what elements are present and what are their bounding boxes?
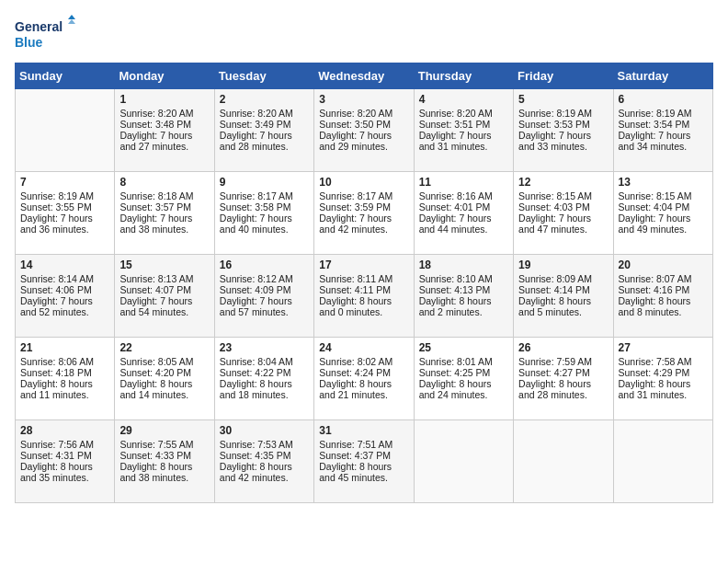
day-number: 11 [419,176,508,189]
daylight-text: Daylight: 7 hours and 54 minutes. [119,295,192,317]
day-number: 14 [20,259,109,271]
calendar-week-3: 14Sunrise: 8:14 AMSunset: 4:06 PMDayligh… [16,255,713,338]
day-number: 19 [518,259,608,271]
sunrise-text: Sunrise: 8:15 AM [518,190,592,201]
sunrise-text: Sunrise: 8:11 AM [319,273,392,284]
day-number: 30 [220,424,309,437]
day-number: 15 [119,259,209,271]
sunset-text: Sunset: 3:49 PM [220,119,291,130]
sunrise-text: Sunrise: 8:10 AM [419,273,493,284]
daylight-text: Daylight: 7 hours and 40 minutes. [220,213,292,235]
sunset-text: Sunset: 4:22 PM [220,367,291,378]
day-number: 2 [220,93,309,106]
sunset-text: Sunset: 4:16 PM [619,284,690,295]
sunrise-text: Sunrise: 8:20 AM [419,108,493,119]
sunset-text: Sunset: 4:11 PM [319,284,391,295]
sunrise-text: Sunrise: 8:04 AM [220,356,293,367]
daylight-text: Daylight: 8 hours and 8 minutes. [619,295,691,317]
sunrise-text: Sunrise: 8:05 AM [119,356,193,367]
daylight-text: Daylight: 7 hours and 49 minutes. [619,213,691,235]
calendar-cell: 30Sunrise: 7:53 AMSunset: 4:35 PMDayligh… [214,420,313,503]
calendar-cell: 2Sunrise: 8:20 AMSunset: 3:49 PMDaylight… [214,89,313,172]
sunset-text: Sunset: 3:53 PM [518,119,590,130]
daylight-text: Daylight: 7 hours and 52 minutes. [20,295,93,317]
day-number: 8 [119,176,209,189]
day-number: 20 [619,259,708,271]
day-number: 24 [319,341,408,354]
page-header: General Blue [15,15,713,52]
sunrise-text: Sunrise: 8:17 AM [319,190,392,201]
day-number: 22 [119,341,209,354]
sunrise-text: Sunrise: 8:12 AM [220,273,293,284]
day-number: 10 [319,176,408,189]
sunset-text: Sunset: 4:25 PM [419,367,491,378]
sunset-text: Sunset: 4:18 PM [20,367,92,378]
sunrise-text: Sunrise: 8:14 AM [20,273,94,284]
sunset-text: Sunset: 3:51 PM [419,119,491,130]
logo-svg: General Blue [15,15,79,52]
daylight-text: Daylight: 8 hours and 38 minutes. [119,461,192,483]
calendar-cell: 13Sunrise: 8:15 AMSunset: 4:04 PMDayligh… [613,172,712,255]
calendar-cell: 31Sunrise: 7:51 AMSunset: 4:37 PMDayligh… [314,420,414,503]
sunrise-text: Sunrise: 8:20 AM [119,108,193,119]
sunset-text: Sunset: 3:57 PM [119,201,191,213]
sunset-text: Sunset: 4:33 PM [119,450,191,461]
calendar-cell: 17Sunrise: 8:11 AMSunset: 4:11 PMDayligh… [314,255,414,338]
sunrise-text: Sunrise: 8:06 AM [20,356,94,367]
day-number: 17 [319,259,408,271]
sunset-text: Sunset: 4:29 PM [619,367,690,378]
sunset-text: Sunset: 4:06 PM [20,284,92,295]
daylight-text: Daylight: 7 hours and 57 minutes. [220,295,292,317]
daylight-text: Daylight: 7 hours and 28 minutes. [220,130,292,152]
sunset-text: Sunset: 4:03 PM [518,201,590,213]
daylight-text: Daylight: 8 hours and 0 minutes. [319,295,392,317]
day-number: 4 [419,93,508,106]
sunrise-text: Sunrise: 8:09 AM [518,273,592,284]
sunrise-text: Sunrise: 7:58 AM [619,356,692,367]
calendar-cell [16,89,115,172]
sunset-text: Sunset: 3:50 PM [319,119,391,130]
daylight-text: Daylight: 7 hours and 42 minutes. [319,213,392,235]
calendar-cell [414,420,513,503]
sunset-text: Sunset: 3:55 PM [20,201,92,213]
daylight-text: Daylight: 8 hours and 42 minutes. [220,461,292,483]
sunset-text: Sunset: 3:54 PM [619,119,690,130]
daylight-text: Daylight: 7 hours and 27 minutes. [119,130,192,152]
sunset-text: Sunset: 4:35 PM [220,450,291,461]
sunrise-text: Sunrise: 7:53 AM [220,439,293,450]
sunset-text: Sunset: 4:31 PM [20,450,92,461]
daylight-text: Daylight: 8 hours and 2 minutes. [419,295,492,317]
daylight-text: Daylight: 8 hours and 28 minutes. [518,378,591,400]
calendar-cell: 11Sunrise: 8:16 AMSunset: 4:01 PMDayligh… [414,172,513,255]
svg-text:Blue: Blue [15,35,43,50]
calendar-cell: 25Sunrise: 8:01 AMSunset: 4:25 PMDayligh… [414,338,513,420]
sunset-text: Sunset: 4:27 PM [518,367,590,378]
sunrise-text: Sunrise: 7:55 AM [119,439,193,450]
calendar-cell: 15Sunrise: 8:13 AMSunset: 4:07 PMDayligh… [115,255,214,338]
calendar-cell: 21Sunrise: 8:06 AMSunset: 4:18 PMDayligh… [16,338,115,420]
sunrise-text: Sunrise: 8:07 AM [619,273,692,284]
daylight-text: Daylight: 8 hours and 14 minutes. [119,378,192,400]
daylight-text: Daylight: 8 hours and 5 minutes. [518,295,591,317]
calendar-cell: 28Sunrise: 7:56 AMSunset: 4:31 PMDayligh… [16,420,115,503]
sunset-text: Sunset: 4:01 PM [419,201,491,213]
calendar-cell: 27Sunrise: 7:58 AMSunset: 4:29 PMDayligh… [613,338,712,420]
sunrise-text: Sunrise: 8:02 AM [319,356,392,367]
daylight-text: Daylight: 7 hours and 44 minutes. [419,213,492,235]
day-number: 26 [518,341,608,354]
sunset-text: Sunset: 4:09 PM [220,284,291,295]
daylight-text: Daylight: 7 hours and 38 minutes. [119,213,192,235]
calendar-cell: 24Sunrise: 8:02 AMSunset: 4:24 PMDayligh… [314,338,414,420]
calendar-cell [514,420,613,503]
sunrise-text: Sunrise: 8:18 AM [119,190,193,201]
header-tuesday: Tuesday [214,63,313,89]
header-friday: Friday [514,63,613,89]
day-number: 6 [619,93,708,106]
calendar-table: SundayMondayTuesdayWednesdayThursdayFrid… [15,63,713,503]
calendar-cell: 19Sunrise: 8:09 AMSunset: 4:14 PMDayligh… [514,255,613,338]
calendar-cell: 23Sunrise: 8:04 AMSunset: 4:22 PMDayligh… [214,338,313,420]
sunrise-text: Sunrise: 8:19 AM [518,108,592,119]
calendar-week-4: 21Sunrise: 8:06 AMSunset: 4:18 PMDayligh… [16,338,713,420]
daylight-text: Daylight: 7 hours and 29 minutes. [319,130,392,152]
day-number: 25 [419,341,508,354]
